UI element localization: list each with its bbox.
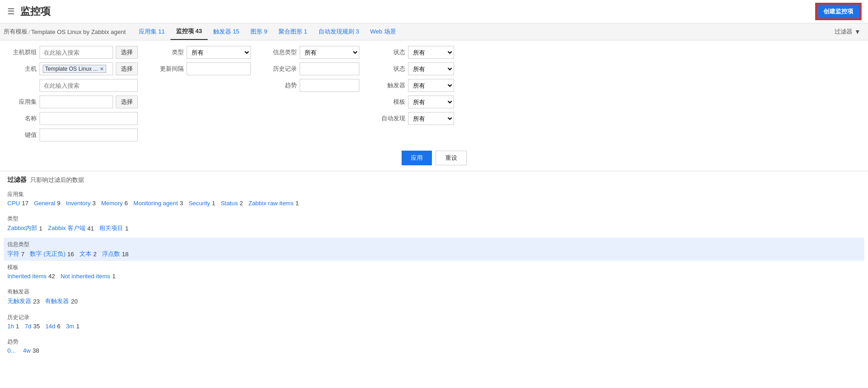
tab-triggers[interactable]: 触发器 15 [208,24,245,39]
appset-count-general: 9 [57,200,60,207]
template-link-inherited[interactable]: Inherited items [7,273,46,280]
tab-web[interactable]: Web 场景 [364,24,401,39]
filter-col-4: 状态 所有 状态 所有 触发器 所有 模板 所有 [378,46,454,125]
host-tag-input[interactable]: Template OS Linux ... ✕ [40,62,113,75]
create-button[interactable]: 创建监控项 [816,4,861,19]
type-link-zabbix-internal[interactable]: Zabbix内部 [7,224,37,232]
status2-select[interactable]: 所有 [408,62,454,75]
host-search-row [40,79,138,92]
host-group-select-btn[interactable]: 选择 [116,46,138,59]
trend-link-4w[interactable]: 4w [23,347,31,354]
status1-row: 状态 所有 [378,46,454,59]
nav-filter[interactable]: 过滤器 ▼ [831,25,864,39]
infotype-count-float: 18 [122,251,128,258]
list-item: Not inherited items1 [61,273,116,280]
tab-appset[interactable]: 应用集 11 [133,24,170,39]
list-item: 14d6 [45,323,61,330]
filter-icon: ▼ [854,28,861,35]
name-label: 名称 [9,114,37,123]
breadcrumb-all-templates[interactable]: 所有模板 [4,28,28,36]
appset-input[interactable] [40,96,113,108]
header: ☰ 监控项 创建监控项 [0,0,868,23]
appset-link-status[interactable]: Status [221,200,238,207]
appset-link-inventory[interactable]: Inventory [66,200,90,207]
filter-col-2: 类型 所有 更新间隔 [156,46,251,75]
type-count-client: 41 [87,225,94,232]
host-select-btn[interactable]: 选择 [116,62,138,75]
list-item: Status2 [221,200,243,207]
page-title: 监控项 [20,5,51,18]
tab-items[interactable]: 监控项 43 [170,23,208,40]
hamburger-icon[interactable]: ☰ [7,6,15,17]
infotype-link-char[interactable]: 字符 [7,250,19,258]
appset-link-cpu[interactable]: CPU [7,200,20,207]
name-input[interactable] [40,112,138,125]
history-link-14d[interactable]: 14d [45,323,56,330]
auto-discover-row: 自动发现 所有 [378,112,454,125]
status1-select[interactable]: 所有 [408,46,454,59]
appset-count-monitoring: 3 [180,200,183,207]
infotype-link-uint[interactable]: 数字 (无正负) [30,250,65,258]
infotype-link-text[interactable]: 文本 [79,250,91,258]
template-select[interactable]: 所有 [408,96,454,108]
appset-link-security[interactable]: Security [188,200,210,207]
appset-select-btn[interactable]: 选择 [116,96,138,108]
type-label: 类型 [156,48,184,56]
key-input[interactable] [40,129,138,141]
history-link-7d[interactable]: 7d [25,323,31,330]
list-item: 7d35 [25,323,40,330]
tab-screens-count: 1 [304,28,307,35]
reset-button[interactable]: 重设 [436,151,467,165]
type-link-related[interactable]: 相关项目 [99,224,123,232]
result-section-type-label: 类型 [7,215,861,223]
host-tag-close[interactable]: ✕ [100,66,104,72]
history-link-1h[interactable]: 1h [7,323,14,330]
infotype-count-char: 7 [21,251,24,258]
appset-link-zabbix-raw[interactable]: Zabbix raw items [249,200,294,207]
trigger-link-no[interactable]: 无触发器 [7,297,31,305]
filter-form: 主机群组 选择 主机 Template OS Linux ... ✕ 选择 应用… [0,40,868,171]
update-interval-input[interactable] [187,62,251,75]
result-section-trend-label: 趋势 [7,338,861,346]
list-item: Zabbix raw items1 [249,200,299,207]
trend-input[interactable] [300,79,359,92]
result-section-appset-label: 应用集 [7,191,861,198]
breadcrumb-template[interactable]: Template OS Linux by Zabbix agent [31,28,126,35]
appset-count-security: 1 [212,200,215,207]
tab-appset-count: 11 [158,28,165,35]
result-section-history-label: 历史记录 [7,314,861,321]
host-group-row: 主机群组 选择 [9,46,138,59]
filter-label: 过滤器 [834,28,852,36]
appset-link-general[interactable]: General [34,200,55,207]
result-section-infotype-label: 信息类型 [7,241,861,248]
trigger-link-yes[interactable]: 有触发器 [45,297,69,305]
infotype-link-float[interactable]: 浮点数 [102,250,120,258]
info-type-select[interactable]: 所有 [300,46,359,59]
result-section-infotype: 信息类型 字符7 数字 (无正负)16 文本2 浮点数18 [4,238,864,261]
type-link-zabbix-client[interactable]: Zabbix 客户端 [48,224,85,232]
trend-link-0[interactable]: 0... [7,347,16,354]
tab-triggers-count: 15 [233,28,239,35]
auto-discover-select[interactable]: 所有 [408,112,454,125]
host-group-input[interactable] [40,46,113,59]
template-link-not-inherited[interactable]: Not inherited items [61,273,110,280]
tab-graphs[interactable]: 图形 9 [245,24,273,39]
tab-discovery-count: 3 [356,28,359,35]
appset-link-monitoring[interactable]: Monitoring agent [133,200,178,207]
host-tag-text: Template OS Linux ... [45,66,98,72]
appset-link-memory[interactable]: Memory [101,200,123,207]
host-search-input[interactable] [40,79,138,92]
trigger-count-no: 23 [33,298,40,305]
result-section-trend: 趋势 0... 4w38 [7,335,861,357]
tab-discovery[interactable]: 自动发现规则 3 [313,24,365,39]
tab-screens[interactable]: 聚合图形 1 [273,24,313,39]
history-link-3m[interactable]: 3m [66,323,74,330]
type-select[interactable]: 所有 [187,46,251,59]
result-section-template: 模板 Inherited items42 Not inherited items… [7,261,861,282]
apply-button[interactable]: 应用 [402,151,432,165]
trigger-select[interactable]: 所有 [408,79,454,92]
status2-label: 状态 [378,65,405,73]
infotype-count-uint: 16 [68,251,74,258]
history-input[interactable] [300,62,359,75]
list-item: 无触发器23 [7,297,40,305]
